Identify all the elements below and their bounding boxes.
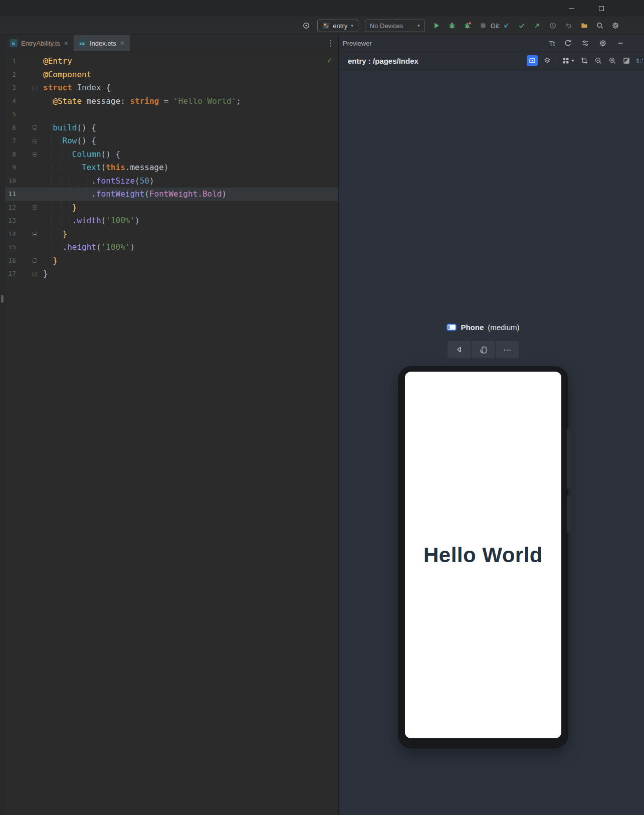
code-line: 3struct Index { bbox=[5, 81, 338, 95]
run-button-icon[interactable] bbox=[432, 21, 441, 30]
ts-file-icon: ts bbox=[10, 39, 18, 47]
code-line: 10 .fontSize(50) bbox=[5, 175, 338, 188]
gutter-fold-area bbox=[16, 241, 41, 254]
debug-attach-button-icon[interactable] bbox=[463, 21, 472, 30]
code-line: 11 .fontWeight(FontWeight.Bold) bbox=[5, 188, 338, 201]
close-icon[interactable]: × bbox=[120, 40, 125, 47]
zoom-in-icon[interactable] bbox=[608, 56, 617, 65]
fold-marker-icon[interactable] bbox=[33, 86, 37, 90]
code-text: Column() { bbox=[41, 148, 120, 161]
line-number: 11 bbox=[5, 188, 16, 201]
run-config-selector[interactable]: entry ▾ bbox=[317, 20, 358, 32]
tab-entryability-ts[interactable]: ts EntryAbility.ts × bbox=[5, 35, 74, 51]
fold-marker-icon[interactable] bbox=[33, 139, 37, 143]
toolbar-separator bbox=[557, 57, 557, 65]
git-actions-group bbox=[502, 21, 573, 30]
more-icon: ⋯ bbox=[503, 345, 511, 355]
git-push-icon[interactable] bbox=[533, 21, 542, 30]
rollback-icon[interactable] bbox=[564, 21, 573, 30]
code-editor[interactable]: 1@Entry2@Component3struct Index {4 @Stat… bbox=[0, 52, 338, 815]
back-button[interactable] bbox=[448, 341, 471, 358]
power-button bbox=[567, 496, 572, 533]
line-number: 7 bbox=[5, 134, 16, 148]
rotate-device-icon bbox=[479, 346, 488, 354]
gutter-fold-area bbox=[16, 228, 41, 241]
window-maximize-button[interactable] bbox=[598, 5, 605, 12]
gutter-fold-area bbox=[16, 108, 41, 121]
options-sliders-icon[interactable] bbox=[581, 39, 590, 48]
code-text: Text(this.message) bbox=[41, 161, 168, 175]
code-text: .width('100%') bbox=[41, 214, 140, 228]
fold-marker-icon[interactable] bbox=[33, 125, 37, 130]
search-icon[interactable] bbox=[595, 21, 604, 30]
back-triangle-icon bbox=[455, 346, 463, 354]
git-update-icon[interactable] bbox=[502, 21, 511, 30]
fold-marker-icon[interactable] bbox=[33, 205, 37, 210]
previewer-canvas: Phone (medium) ⋯ bbox=[339, 70, 644, 815]
git-label: Git: bbox=[491, 22, 501, 30]
run-config-group: entry ▾ No Devices ▾ bbox=[302, 20, 424, 32]
code-lines: 1@Entry2@Component3struct Index {4 @Stat… bbox=[5, 52, 338, 281]
code-text: .fontWeight(FontWeight.Bold) bbox=[41, 188, 227, 201]
git-commit-icon[interactable] bbox=[517, 21, 526, 30]
gutter-fold-area bbox=[16, 55, 41, 68]
line-number: 17 bbox=[5, 267, 16, 281]
gutter-fold-area bbox=[16, 161, 41, 175]
previewer-settings-gear-icon[interactable] bbox=[598, 39, 607, 48]
line-number: 1 bbox=[5, 55, 16, 68]
inspector-toggle-icon[interactable] bbox=[527, 55, 538, 66]
device-variant: (medium) bbox=[488, 323, 519, 332]
grid-view-dropdown[interactable] bbox=[562, 56, 575, 65]
fold-marker-icon[interactable] bbox=[33, 232, 37, 236]
gutter-fold-area bbox=[16, 121, 41, 135]
code-text: @Entry bbox=[41, 55, 72, 68]
gutter-fold-area bbox=[16, 188, 41, 201]
line-number: 3 bbox=[5, 81, 16, 95]
font-scale-icon[interactable]: Tt bbox=[549, 39, 555, 48]
window-minimize-button[interactable] bbox=[568, 5, 575, 12]
hide-panel-icon[interactable] bbox=[616, 39, 625, 48]
tab-list-kebab-icon[interactable]: ⋮ bbox=[327, 39, 334, 48]
volume-button bbox=[567, 429, 572, 489]
line-number: 5 bbox=[5, 108, 16, 121]
phone-mockup: Hello World bbox=[398, 367, 568, 748]
stop-button-icon[interactable] bbox=[479, 21, 488, 30]
rotate-device-button[interactable] bbox=[472, 341, 495, 358]
device-selector[interactable]: No Devices ▾ bbox=[365, 20, 425, 32]
ets-file-icon: ets bbox=[78, 39, 86, 47]
code-text: .height('100%') bbox=[41, 241, 135, 254]
layers-icon[interactable] bbox=[543, 56, 552, 65]
locate-target-icon[interactable] bbox=[302, 21, 311, 30]
tab-index-ets[interactable]: ets Index.ets × bbox=[74, 35, 130, 51]
line-number: 14 bbox=[5, 228, 16, 241]
tool-window-handle[interactable] bbox=[1, 295, 4, 303]
code-line: 2@Component bbox=[5, 68, 338, 82]
code-line: 14 } bbox=[5, 228, 338, 241]
frame-crop-icon[interactable] bbox=[580, 56, 589, 65]
inspections-ok-icon[interactable]: ✓ bbox=[327, 56, 332, 65]
line-number: 15 bbox=[5, 241, 16, 254]
refresh-icon[interactable] bbox=[563, 39, 572, 48]
settings-gear-icon[interactable] bbox=[611, 21, 620, 30]
fold-marker-icon[interactable] bbox=[33, 272, 37, 276]
phone-screen: Hello World bbox=[405, 372, 561, 738]
debug-button-icon[interactable] bbox=[448, 21, 457, 30]
line-number: 9 bbox=[5, 161, 16, 175]
main-area: ts EntryAbility.ts × ets Index.ets × ⋮ 1… bbox=[0, 35, 644, 815]
gutter-fold-area bbox=[16, 175, 41, 188]
more-button[interactable]: ⋯ bbox=[496, 341, 519, 358]
zoom-out-icon[interactable] bbox=[594, 56, 603, 65]
close-icon[interactable]: × bbox=[64, 40, 69, 47]
code-line: 16 } bbox=[5, 254, 338, 268]
zoom-fit-icon[interactable] bbox=[622, 56, 631, 65]
fold-marker-icon[interactable] bbox=[33, 152, 37, 156]
zoom-ratio-label: 1:1 bbox=[636, 57, 643, 65]
history-icon[interactable] bbox=[548, 21, 557, 30]
fold-marker-icon[interactable] bbox=[33, 258, 37, 263]
code-text: Row() { bbox=[41, 134, 96, 148]
project-folder-icon[interactable] bbox=[580, 21, 589, 30]
line-number: 13 bbox=[5, 214, 16, 228]
chevron-down-icon bbox=[571, 59, 575, 62]
code-line: 9 Text(this.message) bbox=[5, 161, 338, 175]
previewer-toolbar: entry : /pages/Index bbox=[339, 52, 644, 70]
